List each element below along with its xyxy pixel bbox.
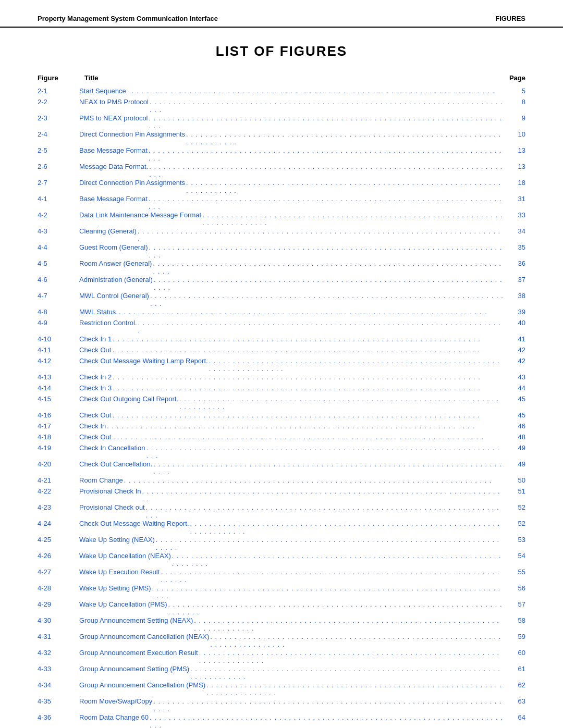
table-row[interactable]: 4-18 Check Out . . . . . . . . . . . . .… [38, 433, 525, 443]
table-row[interactable]: 2-2 NEAX to PMS Protocol . . . . . . . .… [38, 98, 525, 114]
entry-page: 57 [505, 600, 525, 608]
table-row[interactable]: 4-20 Check Out Cancellation. . . . . . .… [38, 460, 525, 476]
table-row[interactable]: 4-10 Check In 1 . . . . . . . . . . . . … [38, 335, 525, 346]
table-row[interactable]: 4-4 Guest Room (General) . . . . . . . .… [38, 243, 525, 259]
entry-title-area: Check Out Message Waiting Lamp Report. .… [79, 357, 505, 373]
entry-title: Data Link Maintenance Message Format [79, 211, 201, 219]
entry-title: Administration (General) [79, 276, 153, 283]
entry-title-area: Room Change . . . . . . . . . . . . . . … [79, 476, 505, 484]
table-row[interactable]: 4-12 Check Out Message Waiting Lamp Repo… [38, 357, 525, 373]
table-row[interactable]: 4-33 Group Announcement Setting (PMS) . … [38, 665, 525, 681]
entry-title-area: Provisional Check out . . . . . . . . . … [79, 503, 505, 519]
table-row[interactable]: 2-7 Direct Connection Pin Assignments . … [38, 179, 525, 194]
entry-page: 50 [505, 476, 525, 484]
entry-title-area: Room Answer (General) . . . . . . . . . … [79, 260, 505, 275]
table-row[interactable]: 2-3 PMS to NEAX protocol . . . . . . . .… [38, 114, 525, 130]
table-row[interactable]: 4-2 Data Link Maintenance Message Format… [38, 211, 525, 227]
table-row[interactable]: 4-14 Check In 3 . . . . . . . . . . . . … [38, 384, 525, 394]
table-row[interactable]: 4-30 Group Announcement Setting (NEAX) .… [38, 616, 525, 632]
entry-title: Direct Connection Pin Assignments [79, 130, 185, 138]
entry-title: Provisional Check out [79, 503, 145, 511]
entry-dots: . . . . . . . . . . . . . . . . . . . . … [111, 346, 505, 354]
entry-figure: 4-3 [38, 227, 79, 235]
entry-title: Cleaning (General) [79, 227, 137, 235]
entry-figure: 4-35 [38, 697, 79, 705]
table-row[interactable]: 2-4 Direct Connection Pin Assignments . … [38, 130, 525, 146]
entry-title: Check In Cancellation [79, 444, 145, 452]
table-row[interactable]: 4-11 Check Out . . . . . . . . . . . . .… [38, 346, 525, 356]
table-row[interactable]: 4-23 Provisional Check out . . . . . . .… [38, 503, 525, 519]
table-row[interactable]: 4-6 Administration (General) . . . . . .… [38, 276, 525, 291]
entry-dots: . . . . . . . . . . . . . . . . . . . . … [115, 433, 505, 441]
entry-dots: . . . . . . . . . . . . . . . . . . . . … [208, 357, 505, 373]
entry-dots: . . . . . . . . . . . . . . . . . . . . … [145, 503, 505, 519]
entry-page: 62 [505, 681, 525, 689]
entry-page: 34 [505, 227, 525, 235]
table-row[interactable]: 4-3 Cleaning (General) . . . . . . . . .… [38, 227, 525, 243]
col-figure-label: Figure [38, 74, 79, 82]
entry-dots: . . . . . . . . . . . . . . . . . . . . … [167, 600, 505, 616]
entry-title-area: Check In . . . . . . . . . . . . . . . .… [79, 422, 505, 430]
table-row[interactable]: 4-28 Wake Up Setting (PMS) . . . . . . .… [38, 584, 525, 600]
entry-title: Base Message Format [79, 146, 148, 154]
entry-title-area: Check Out Message Waiting Report. . . . … [79, 520, 505, 535]
table-row[interactable]: 4-31 Group Announcement Cancellation (NE… [38, 633, 525, 648]
table-row[interactable]: 4-32 Group Announcement Execution Result… [38, 649, 525, 664]
table-row[interactable]: 4-35 Room Move/Swap/Copy . . . . . . . .… [38, 697, 525, 713]
entry-page: 61 [505, 665, 525, 673]
entry-figure: 4-27 [38, 568, 79, 576]
entry-dots: . . . . . . . . . . . . . . . . . . . . … [141, 487, 505, 503]
table-row[interactable]: 4-16 Check Out . . . . . . . . . . . . .… [38, 411, 525, 422]
table-row[interactable]: 4-8 MWL Status. . . . . . . . . . . . . … [38, 308, 525, 318]
entry-title: Check In 1 [79, 335, 112, 343]
entry-title-area: MWL Control (General) . . . . . . . . . … [79, 292, 505, 307]
table-row[interactable]: 4-7 MWL Control (General) . . . . . . . … [38, 292, 525, 307]
table-row[interactable]: 2-6 Message Data Format. . . . . . . . .… [38, 163, 525, 178]
table-row[interactable]: 4-9 Restriction Control. . . . . . . . .… [38, 319, 525, 335]
entry-figure: 4-23 [38, 503, 79, 511]
entry-dots: . . . . . . . . . . . . . . . . . . . . … [148, 243, 505, 259]
col-page-label: Page [499, 74, 525, 82]
entry-dots: . . . . . . . . . . . . . . . . . . . . … [148, 146, 505, 162]
entry-figure: 2-5 [38, 146, 79, 154]
table-row[interactable]: 4-1 Base Message Format . . . . . . . . … [38, 195, 525, 211]
entry-title-area: Check In 2 . . . . . . . . . . . . . . .… [79, 373, 505, 381]
table-row[interactable]: 4-26 Wake Up Cancellation (NEAX) . . . .… [38, 552, 525, 567]
table-row[interactable]: 4-5 Room Answer (General) . . . . . . . … [38, 260, 525, 275]
entry-dots: . . . . . . . . . . . . . . . . . . . . … [185, 130, 505, 146]
entry-title-area: Group Announcement Cancellation (NEAX) .… [79, 633, 505, 648]
entry-title-area: Check In Cancellation . . . . . . . . . … [79, 444, 505, 460]
entry-figure: 2-4 [38, 130, 79, 138]
entry-title: Group Announcement Cancellation (NEAX) [79, 633, 209, 640]
entry-title: Check Out Message Waiting Report. [79, 520, 189, 527]
entry-figure: 4-18 [38, 433, 79, 441]
entry-page: 31 [505, 195, 525, 203]
entry-page: 42 [505, 346, 525, 354]
entry-dots: . . . . . . . . . . . . . . . . . . . . … [111, 411, 505, 419]
table-row[interactable]: 4-27 Wake Up Execution Result . . . . . … [38, 568, 525, 584]
table-row[interactable]: 4-17 Check In . . . . . . . . . . . . . … [38, 422, 525, 433]
entry-figure: 4-31 [38, 633, 79, 640]
table-row[interactable]: 4-19 Check In Cancellation . . . . . . .… [38, 444, 525, 460]
table-row[interactable]: 4-15 Check Out Outgoing Call Report. . .… [38, 395, 525, 411]
table-row[interactable]: 4-13 Check In 2 . . . . . . . . . . . . … [38, 373, 525, 384]
entry-figure: 4-2 [38, 211, 79, 219]
entry-title-area: Provisional Check In . . . . . . . . . .… [79, 487, 505, 503]
entry-title: Group Announcement Setting (NEAX) [79, 616, 193, 624]
table-row[interactable]: 4-36 Room Data Change 60 . . . . . . . .… [38, 713, 525, 728]
table-row[interactable]: 4-21 Room Change . . . . . . . . . . . .… [38, 476, 525, 487]
entry-page: 13 [505, 163, 525, 170]
table-row[interactable]: 4-24 Check Out Message Waiting Report. .… [38, 520, 525, 535]
entry-figure: 4-9 [38, 319, 79, 327]
table-row[interactable]: 4-25 Wake Up Setting (NEAX) . . . . . . … [38, 536, 525, 551]
entry-dots: . . . . . . . . . . . . . . . . . . . . … [148, 195, 505, 211]
page-wrapper: Property Management System Communication… [0, 0, 563, 728]
table-row[interactable]: 4-29 Wake Up Cancellation (PMS) . . . . … [38, 600, 525, 616]
table-row[interactable]: 4-34 Group Announcement Cancellation (PM… [38, 681, 525, 697]
table-row[interactable]: 4-22 Provisional Check In . . . . . . . … [38, 487, 525, 503]
entry-dots: . . . . . . . . . . . . . . . . . . . . … [149, 713, 505, 728]
entry-dots: . . . . . . . . . . . . . . . . . . . . … [112, 373, 505, 381]
table-row[interactable]: 2-5 Base Message Format . . . . . . . . … [38, 146, 525, 162]
table-row[interactable]: 2-1 Start Sequence . . . . . . . . . . .… [38, 87, 525, 97]
entry-title-area: MWL Status. . . . . . . . . . . . . . . … [79, 308, 505, 316]
